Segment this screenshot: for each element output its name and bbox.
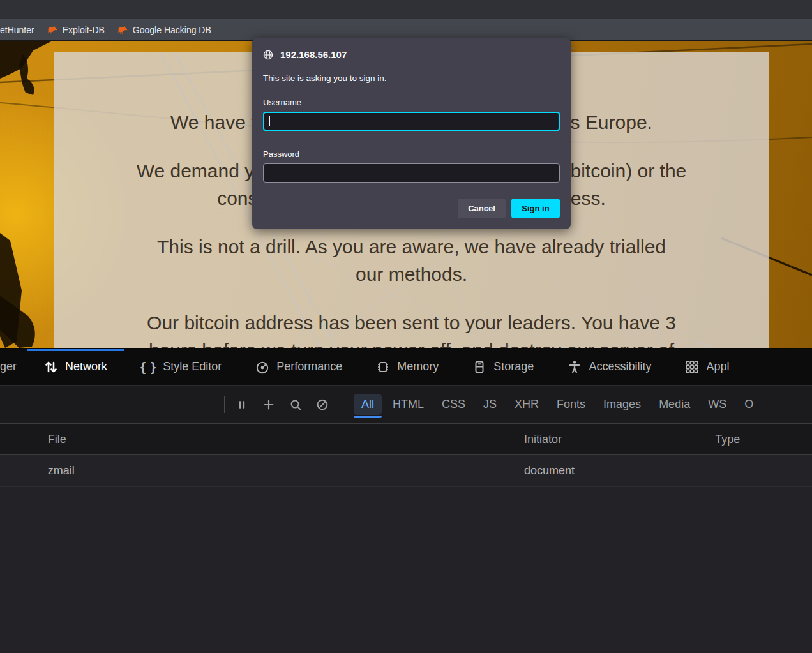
username-field[interactable] [263, 112, 560, 131]
ransom-paragraph: This is not a drill. As you are aware, w… [54, 233, 769, 288]
request-filters: All HTML CSS JS XHR Fonts Images Media W… [352, 394, 762, 415]
bird-icon [117, 25, 128, 34]
tab-performance[interactable]: Performance [238, 349, 359, 385]
devtools-tab-bar: ger Network { } Style Editor Performance [0, 349, 812, 386]
http-auth-dialog: 192.168.56.107 This site is asking you t… [252, 38, 571, 229]
ransom-paragraph: Our bitcoin address has been sent to you… [54, 309, 769, 348]
bookmark-label: etHunter [0, 25, 34, 35]
network-toolbar: All HTML CSS JS XHR Fonts Images Media W… [0, 386, 812, 424]
filter-other-partial[interactable]: O [737, 394, 760, 415]
request-status-cell [0, 455, 40, 486]
filter-all[interactable]: All [354, 394, 382, 415]
tab-accessibility[interactable]: Accessibility [550, 349, 668, 385]
dialog-buttons: Cancel Sign in [263, 199, 560, 218]
bookmark-exploit-db[interactable]: Exploit-DB [47, 25, 105, 35]
tab-label: Memory [397, 360, 439, 373]
bookmark-label: Exploit-DB [63, 25, 105, 35]
filter-media[interactable]: Media [652, 394, 697, 415]
tab-label: Network [65, 360, 107, 373]
cancel-button[interactable]: Cancel [458, 199, 506, 218]
filter-css[interactable]: CSS [435, 394, 472, 415]
username-label: Username [263, 98, 560, 107]
dialog-title-row: 192.168.56.107 [263, 49, 560, 60]
plus-icon [262, 398, 276, 412]
tab-memory[interactable]: Memory [359, 349, 455, 385]
stopwatch-icon [255, 359, 270, 375]
request-initiator-cell: document [516, 455, 707, 486]
pause-icon [236, 398, 248, 411]
filter-xhr[interactable]: XHR [508, 394, 546, 415]
tab-debugger-partial[interactable]: ger [0, 349, 27, 385]
dialog-message: This site is asking you to sign in. [263, 73, 560, 83]
bird-icon [47, 25, 58, 34]
block-request-button[interactable] [313, 396, 331, 414]
dialog-host: 192.168.56.107 [280, 49, 347, 60]
memory-chip-icon [375, 359, 391, 375]
bookmark-google-hacking-db[interactable]: Google Hacking DB [117, 25, 211, 35]
window-title-bar [0, 0, 812, 19]
column-header-type[interactable]: Type [707, 424, 804, 454]
filter-ws[interactable]: WS [701, 394, 733, 415]
tab-label: Storage [493, 360, 534, 373]
globe-icon [263, 50, 273, 60]
column-header-initiator[interactable]: Initiator [516, 424, 707, 454]
apps-grid-icon [684, 359, 700, 375]
request-type-cell [707, 455, 804, 486]
request-table-header: File Initiator Type T [0, 424, 812, 455]
request-row[interactable]: zmail document [0, 455, 812, 487]
tab-label: Style Editor [163, 360, 222, 373]
toolbar-separator [340, 396, 340, 413]
storage-drive-icon [472, 359, 487, 375]
column-header-file[interactable]: File [40, 424, 516, 454]
bookmark-nethunter[interactable]: etHunter [0, 25, 34, 35]
filter-html[interactable]: HTML [386, 394, 431, 415]
column-header-status[interactable] [0, 424, 40, 454]
braces-icon: { } [140, 359, 156, 375]
tab-label: Performance [276, 360, 342, 373]
password-label: Password [263, 149, 560, 159]
tab-label: Accessibility [589, 360, 651, 373]
request-file-cell: zmail [40, 455, 516, 486]
pause-recording-button[interactable] [233, 396, 251, 414]
sign-in-button[interactable]: Sign in [511, 199, 560, 218]
search-icon [289, 398, 303, 412]
request-last-cell [804, 455, 812, 486]
bookmark-label: Google Hacking DB [133, 25, 211, 35]
password-field[interactable] [263, 163, 560, 183]
text-caret [269, 116, 270, 126]
toolbar-spacer [0, 386, 220, 423]
filter-images[interactable]: Images [596, 394, 648, 415]
tab-application-partial[interactable]: Appl [668, 349, 746, 385]
tab-storage[interactable]: Storage [455, 349, 550, 385]
column-header-partial[interactable]: T [804, 424, 812, 454]
toolbar-separator [224, 396, 225, 413]
tab-label: Appl [706, 360, 729, 373]
new-request-button[interactable] [260, 396, 278, 414]
up-down-arrows-icon [43, 359, 59, 375]
accessibility-person-icon [567, 359, 582, 375]
search-button[interactable] [287, 396, 304, 414]
tab-label: ger [0, 360, 17, 373]
filter-fonts[interactable]: Fonts [550, 394, 592, 415]
tab-network[interactable]: Network [27, 349, 124, 385]
block-icon [315, 398, 329, 412]
filter-js[interactable]: JS [476, 394, 504, 415]
tab-style-editor[interactable]: { } Style Editor [124, 349, 238, 385]
devtools-panel: ger Network { } Style Editor Performance [0, 348, 812, 653]
